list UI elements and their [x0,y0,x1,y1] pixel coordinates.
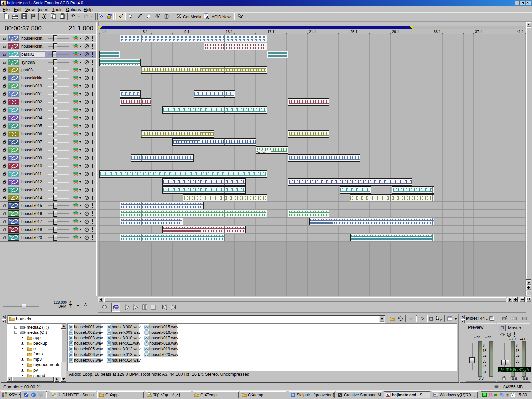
svg-text:2: 2 [513,393,515,396]
svg-text:A: A [206,15,209,19]
svg-text:e: e [32,393,34,397]
svg-text:?: ? [240,14,243,19]
